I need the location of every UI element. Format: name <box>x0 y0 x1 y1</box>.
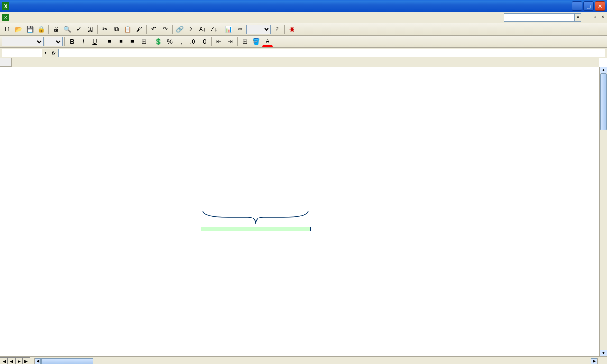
fx-icon[interactable]: fx <box>49 50 58 56</box>
callout-note <box>201 210 311 231</box>
tab-first-icon[interactable]: |◀ <box>0 357 8 364</box>
close-button[interactable]: ✕ <box>595 1 605 11</box>
merge-icon[interactable]: ⊞ <box>138 36 149 47</box>
sort-asc-icon[interactable]: A↓ <box>197 24 208 35</box>
cut-icon[interactable]: ✂ <box>100 24 110 35</box>
help-icon[interactable]: ? <box>272 24 282 35</box>
decrease-decimal-icon[interactable]: .0 <box>199 36 209 47</box>
fill-color-icon[interactable]: 🪣 <box>251 36 261 47</box>
align-right-icon[interactable]: ≡ <box>127 36 138 47</box>
tab-next-icon[interactable]: ▶ <box>15 357 23 364</box>
tab-prev-icon[interactable]: ◀ <box>8 357 15 364</box>
sheet-tab-bar: |◀ ◀ ▶ ▶| ◀ ▶ <box>0 356 607 364</box>
increase-decimal-icon[interactable]: .0 <box>187 36 198 47</box>
align-left-icon[interactable]: ≡ <box>104 36 115 47</box>
vertical-scrollbar[interactable]: ▲ ▼ <box>599 67 607 356</box>
copy-icon[interactable]: ⧉ <box>111 24 121 35</box>
name-box[interactable] <box>2 49 42 57</box>
window-titlebar: X _ ▢ ✕ <box>0 0 607 12</box>
hscroll-thumb[interactable] <box>41 358 93 364</box>
paste-icon[interactable]: 📋 <box>122 24 133 35</box>
increase-indent-icon[interactable]: ⇥ <box>225 36 235 47</box>
font-color-icon[interactable]: A <box>262 36 273 47</box>
spreadsheet-area: ▲ ▼ <box>0 58 607 356</box>
horizontal-scrollbar[interactable]: ◀ ▶ <box>34 358 598 364</box>
research-icon[interactable]: 🕮 <box>85 24 95 35</box>
menu-bar: X ▼ _ ▫ × <box>0 12 607 23</box>
help-dropdown-icon[interactable]: ▼ <box>575 13 581 22</box>
doc-icon[interactable]: X <box>2 14 9 21</box>
drawing-icon[interactable]: ✏ <box>235 24 245 35</box>
formula-bar: ▼ fx <box>0 48 607 58</box>
snagit-icon[interactable]: ◉ <box>286 24 297 35</box>
chart-icon[interactable]: 📊 <box>223 24 234 35</box>
italic-button[interactable]: I <box>78 36 89 47</box>
scroll-left-icon[interactable]: ◀ <box>35 358 41 364</box>
undo-icon[interactable]: ↶ <box>148 24 159 35</box>
select-all-corner[interactable] <box>0 58 12 67</box>
doc-close-button[interactable]: × <box>599 14 606 21</box>
comma-icon[interactable]: , <box>176 36 186 47</box>
redo-icon[interactable]: ↷ <box>160 24 170 35</box>
preview-icon[interactable]: 🔍 <box>62 24 73 35</box>
standard-toolbar: 🗋 📂 💾 🔒 🖨 🔍 ✓ 🕮 ✂ ⧉ 📋 🖌 ↶ ↷ 🔗 Σ A↓ Z↓ 📊 … <box>0 23 607 36</box>
callout-text <box>201 227 311 231</box>
scroll-thumb[interactable] <box>600 73 607 130</box>
scroll-down-icon[interactable]: ▼ <box>600 350 607 356</box>
zoom-select[interactable] <box>246 25 271 34</box>
permissions-icon[interactable]: 🔒 <box>36 24 46 35</box>
spellcheck-icon[interactable]: ✓ <box>74 24 84 35</box>
doc-restore-button[interactable]: ▫ <box>592 14 598 21</box>
save-icon[interactable]: 💾 <box>25 24 35 35</box>
help-search-input[interactable] <box>504 13 575 22</box>
format-painter-icon[interactable]: 🖌 <box>134 24 144 35</box>
new-icon[interactable]: 🗋 <box>2 24 12 35</box>
underline-button[interactable]: U <box>90 36 100 47</box>
formula-input[interactable] <box>58 49 605 57</box>
scroll-right-icon[interactable]: ▶ <box>591 358 597 364</box>
autosum-icon[interactable]: Σ <box>186 24 196 35</box>
currency-icon[interactable]: 💲 <box>153 36 164 47</box>
font-select[interactable] <box>2 37 44 46</box>
excel-icon: X <box>2 2 9 10</box>
maximize-button[interactable]: ▢ <box>583 1 594 11</box>
scroll-up-icon[interactable]: ▲ <box>600 67 607 73</box>
minimize-button[interactable]: _ <box>572 1 582 11</box>
column-headers[interactable] <box>12 58 599 67</box>
doc-minimize-button[interactable]: _ <box>584 14 591 21</box>
sort-desc-icon[interactable]: Z↓ <box>209 24 219 35</box>
borders-icon[interactable]: ⊞ <box>239 36 250 47</box>
hyperlink-icon[interactable]: 🔗 <box>175 24 185 35</box>
formatting-toolbar: B I U ≡ ≡ ≡ ⊞ 💲 % , .0 .0 ⇤ ⇥ ⊞ 🪣 A <box>0 36 607 48</box>
open-icon[interactable]: 📂 <box>13 24 24 35</box>
namebox-dropdown-icon[interactable]: ▼ <box>42 51 49 55</box>
bold-button[interactable]: B <box>67 36 77 47</box>
print-icon[interactable]: 🖨 <box>51 24 61 35</box>
decrease-indent-icon[interactable]: ⇤ <box>213 36 224 47</box>
percent-icon[interactable]: % <box>165 36 175 47</box>
tab-last-icon[interactable]: ▶| <box>23 357 30 364</box>
font-size-select[interactable] <box>45 37 63 46</box>
align-center-icon[interactable]: ≡ <box>116 36 126 47</box>
